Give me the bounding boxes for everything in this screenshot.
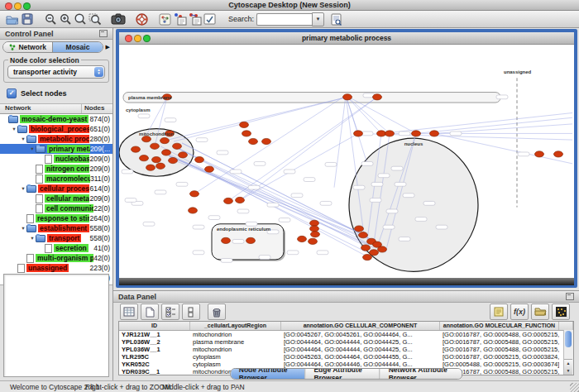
column-header[interactable]: ID <box>119 322 190 330</box>
tab-edge-attribute-browser[interactable]: Edge Attribute Browser <box>304 369 379 379</box>
select-nodes-checkbox[interactable]: ✓ <box>7 88 17 98</box>
zoom-out-icon[interactable] <box>43 12 58 26</box>
zoom-fit-icon[interactable] <box>73 12 88 26</box>
tree-row[interactable]: ▼biological_process651(0) <box>0 124 112 134</box>
annotation-icon[interactable] <box>490 304 508 320</box>
tab-mosaic-label: Mosaic <box>66 43 90 51</box>
combobox-stepper-icon[interactable]: ▲▼ <box>94 67 103 77</box>
tree-row[interactable]: secretion41(0) <box>0 243 112 253</box>
scrollbar-arrows[interactable]: ▲▼ <box>564 359 572 375</box>
tree-row-label: cellular metabo <box>45 194 89 203</box>
file-icon <box>36 165 43 174</box>
tree-row[interactable]: multi-organism pro42(0) <box>0 253 112 263</box>
frame-close-icon[interactable] <box>125 35 132 42</box>
tree-row[interactable]: nitrogen compo209(0) <box>0 164 112 174</box>
tree-expand-icon[interactable]: ▼ <box>29 236 36 241</box>
tree-header-nodes[interactable]: Nodes <box>82 104 112 113</box>
tree-expand-icon[interactable]: ▼ <box>20 226 26 231</box>
zoom-region-icon[interactable] <box>88 12 103 26</box>
svg-text:endoplasmic reticulum: endoplasmic reticulum <box>217 227 270 232</box>
search-dropdown-icon[interactable]: ▼ <box>312 12 324 26</box>
tree-row-count: 209(0) <box>89 165 112 173</box>
tree-row[interactable]: nucleobase-209(0) <box>0 154 112 164</box>
tree-row[interactable]: cellular metabo209(0) <box>0 194 112 203</box>
window-titlebar[interactable]: Cytoscape Desktop (New Session) <box>0 0 579 11</box>
svg-text:nucleus: nucleus <box>404 141 423 146</box>
snapshot-icon[interactable] <box>111 12 126 26</box>
table-row[interactable]: YPL036W__1mitochondrion[GO:0044464, GO:0… <box>119 346 573 353</box>
new-attribute-icon[interactable] <box>141 304 159 320</box>
tab-node-attribute-browser[interactable]: Node Attribute Browser <box>231 369 305 379</box>
resize-grip[interactable] <box>570 383 579 392</box>
help-icon[interactable] <box>134 12 149 26</box>
frame-minimize-icon[interactable] <box>134 35 141 42</box>
save-session-icon[interactable] <box>20 12 35 26</box>
tab-mosaic[interactable]: Mosaic <box>52 42 102 52</box>
tab-scroll-right-icon[interactable]: ▶ <box>106 44 110 50</box>
tree-row-label: secretion <box>54 244 89 252</box>
tab-network[interactable]: Network <box>3 42 52 52</box>
table-cell: YPL036W__2 <box>119 338 190 346</box>
folder-icon <box>17 126 27 133</box>
tree-row[interactable]: unassigned223(0) <box>0 263 112 273</box>
tree-row-label: establishment of lo <box>38 224 89 232</box>
tree-expand-icon[interactable]: ▼ <box>29 146 36 151</box>
tree-row[interactable]: ▼transport558(0) <box>0 233 112 243</box>
import-attributes-icon[interactable] <box>531 304 549 320</box>
folder-icon <box>8 116 18 123</box>
tree-row[interactable]: cell communicat22(0) <box>0 203 112 213</box>
tree-row[interactable]: ▼establishment of lo558(0) <box>0 223 112 233</box>
column-header[interactable]: annotation.GO MOLECULAR_FUNCTION <box>440 322 559 330</box>
control-panel-title: Control Panel <box>5 30 54 38</box>
tree-expand-icon[interactable]: ▼ <box>11 127 17 131</box>
network-view-titlebar[interactable]: primary metabolic process <box>119 32 574 45</box>
network-overview-icon[interactable] <box>157 12 172 26</box>
tab-network-attribute-browser[interactable]: Network Attribute Browser <box>380 369 462 379</box>
matrix-icon[interactable] <box>552 304 570 320</box>
search-input[interactable] <box>256 13 312 26</box>
tree-header-network[interactable]: Network <box>0 104 82 113</box>
tree-row[interactable]: ▼cellular process614(0) <box>0 184 112 194</box>
svg-text:mitochondrion: mitochondrion <box>139 131 174 136</box>
panel-icon[interactable] <box>202 12 217 26</box>
scrollbar-thumb[interactable] <box>565 331 572 347</box>
node-color-combobox[interactable]: transporter activity ▲▼ <box>7 65 105 79</box>
table-row[interactable]: YPL036W__2plasma membrane[GO:0044464, GO… <box>119 338 573 346</box>
unselect-attributes-icon[interactable] <box>182 304 200 320</box>
birdseye-view[interactable] <box>3 274 109 377</box>
column-header[interactable]: annotation.GO CELLULAR_COMPONENT <box>281 322 440 330</box>
delete-attribute-icon[interactable] <box>208 304 226 320</box>
network-canvas[interactable]: plasma membranecytoplasmmitochondrionnuc… <box>119 45 574 278</box>
data-panel-float-icon[interactable] <box>566 293 574 300</box>
tree-expand-icon[interactable]: ▼ <box>20 186 26 191</box>
tree-row[interactable]: macromolecule311(0) <box>0 174 112 184</box>
table-scrollbar[interactable]: ▲▼ <box>563 330 573 375</box>
tree-row-count: 651(0) <box>89 125 112 133</box>
tree-row-count: 614(0) <box>89 184 112 193</box>
tree-row[interactable]: response to stimulu264(0) <box>0 213 112 223</box>
network-tree[interactable]: mosaic-demo-yeast874(0)▼biological_proce… <box>0 114 112 285</box>
float-panel-icon[interactable] <box>99 30 108 37</box>
tree-row[interactable]: ▼primary metabo209(... <box>0 144 112 154</box>
table-cell: [GO:0005488, GO:0005215, GO:0003674] <box>440 361 559 368</box>
function-builder-icon[interactable]: f(x) <box>510 304 529 320</box>
zoom-in-icon[interactable] <box>58 12 73 26</box>
table-row[interactable]: YKR052Ccytoplasm[GO:0044464, GO:0044446,… <box>119 361 573 368</box>
tree-row[interactable]: mosaic-demo-yeast874(0) <box>0 114 112 124</box>
open-session-icon[interactable] <box>5 12 20 26</box>
tree-row-count: 209(0) <box>89 194 112 203</box>
attribute-table-icon[interactable] <box>120 304 138 320</box>
tree-expand-icon[interactable]: ▼ <box>20 136 26 141</box>
advanced-search-icon[interactable] <box>329 12 344 26</box>
table-cell: [GO:0016787, GO:0005488, GO:0005215, G..… <box>440 346 559 353</box>
edge-attribute-icon[interactable] <box>187 12 202 26</box>
frame-zoom-icon[interactable] <box>143 35 151 42</box>
tree-row-label: cellular process <box>38 184 89 193</box>
select-attributes-icon[interactable] <box>161 304 179 320</box>
table-row[interactable]: YJR121W__1mitochondrion[GO:0045267, GO:0… <box>119 331 573 338</box>
column-header[interactable]: _cellularLayoutRegion <box>190 322 281 330</box>
tree-row-label: macromolecule <box>45 174 90 183</box>
node-attribute-icon[interactable] <box>172 12 187 26</box>
table-row[interactable]: YLR295Ccytoplasm[GO:0045263, GO:0044464,… <box>119 353 573 361</box>
tree-row[interactable]: ▼metabolic process280(0) <box>0 134 112 144</box>
